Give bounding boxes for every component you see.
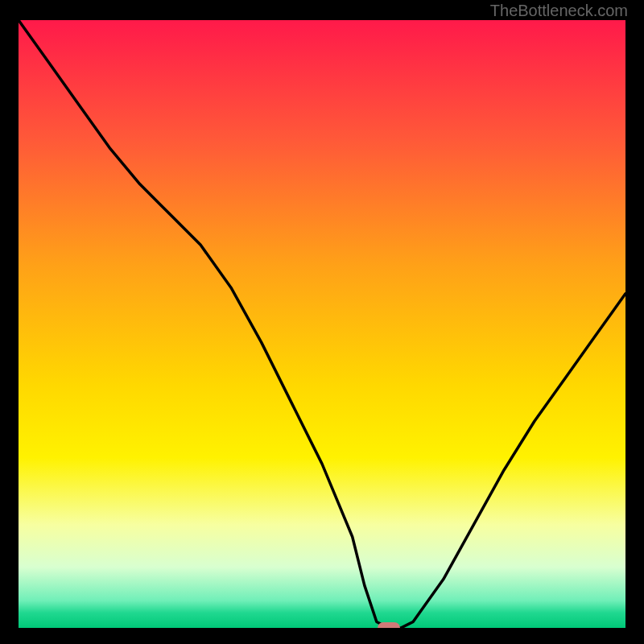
plot-area <box>19 20 625 628</box>
plot-border-bottom <box>0 628 644 644</box>
attribution-text: TheBottleneck.com <box>490 2 628 20</box>
chart-container: TheBottleneck.com <box>0 0 644 644</box>
plot-border-right <box>625 20 644 628</box>
plot-border-left <box>0 20 19 628</box>
bottleneck-curve <box>19 20 625 628</box>
optimal-marker <box>378 622 400 628</box>
